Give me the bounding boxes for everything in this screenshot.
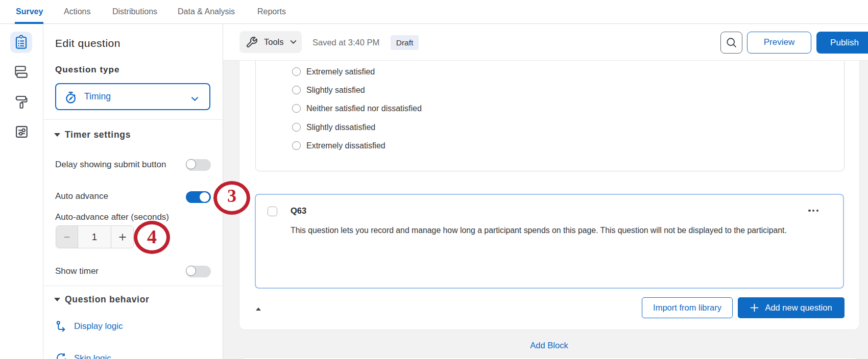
skip-logic-link[interactable]: Skip logic bbox=[56, 353, 67, 359]
search-button[interactable] bbox=[720, 32, 742, 54]
choice-row: Neither satisfied nor dissatisfied bbox=[256, 104, 844, 113]
preview-button[interactable]: Preview bbox=[747, 32, 811, 54]
multiple-choice-question[interactable]: Extremely satisfied Slightly satisfied N… bbox=[255, 61, 845, 171]
timing-stopwatch-icon bbox=[65, 90, 79, 107]
display-logic-icon bbox=[56, 321, 67, 332]
timer-settings-header[interactable]: Timer settings bbox=[54, 130, 131, 140]
question-type-value: Timing bbox=[84, 84, 111, 109]
add-block-link[interactable]: Add Block bbox=[223, 341, 868, 350]
toggle-knob bbox=[186, 266, 196, 276]
publish-button[interactable]: Publish bbox=[816, 32, 868, 54]
nav-tab-survey[interactable]: Survey bbox=[16, 0, 43, 23]
wrench-icon bbox=[246, 36, 258, 48]
stepper-decrement-button[interactable] bbox=[56, 226, 78, 248]
question-type-dropdown[interactable]: Timing bbox=[55, 83, 210, 110]
edit-question-panel: Edit question Question type Timing Timer… bbox=[43, 24, 223, 359]
radio-button-icon[interactable] bbox=[292, 67, 301, 76]
radio-button-icon[interactable] bbox=[292, 123, 301, 132]
stepper-increment-button[interactable] bbox=[111, 226, 133, 248]
survey-toolbar: Tools Saved at 3:40 PM Draft Preview Pub… bbox=[223, 24, 868, 61]
question-id: Q63 bbox=[291, 206, 306, 216]
delay-submit-label: Delay showing submit button bbox=[55, 160, 166, 170]
seconds-stepper: 1 bbox=[56, 225, 134, 248]
question-behavior-header[interactable]: Question behavior bbox=[54, 294, 150, 305]
choice-label: Extremely satisfied bbox=[306, 67, 375, 76]
auto-advance-label: Auto advance bbox=[55, 191, 108, 201]
panel-title: Edit question bbox=[55, 37, 120, 49]
survey-canvas: Extremely satisfied Slightly satisfied N… bbox=[223, 61, 868, 359]
nav-tab-data-analysis[interactable]: Data & Analysis bbox=[178, 0, 235, 23]
question-menu-ellipsis-icon[interactable] bbox=[808, 210, 818, 212]
choice-row: Slightly satisfied bbox=[256, 86, 844, 94]
display-logic-link[interactable]: Display logic bbox=[56, 321, 67, 334]
chevron-down-icon bbox=[191, 94, 199, 104]
show-timer-toggle[interactable] bbox=[186, 266, 211, 277]
saved-status-text: Saved at 3:40 PM bbox=[312, 24, 379, 61]
search-icon bbox=[726, 37, 738, 49]
radio-button-icon[interactable] bbox=[292, 141, 301, 150]
auto-advance-toggle[interactable] bbox=[186, 191, 211, 203]
survey-builder-icon[interactable] bbox=[15, 35, 27, 52]
annotation-number: 4 bbox=[147, 225, 157, 248]
collapse-triangle-icon bbox=[54, 298, 60, 301]
chevron-down-icon bbox=[290, 40, 297, 44]
annotation-circle-4: 4 bbox=[134, 221, 170, 254]
collapse-block-button[interactable] bbox=[256, 307, 261, 311]
radio-button-icon[interactable] bbox=[292, 104, 301, 113]
look-and-feel-icon[interactable] bbox=[15, 96, 28, 111]
choice-label: Extremely dissatisfied bbox=[306, 141, 385, 150]
skip-logic-icon bbox=[56, 353, 67, 359]
choice-row: Extremely dissatisfied bbox=[256, 141, 844, 150]
choice-label: Slightly dissatisfied bbox=[306, 123, 375, 132]
question-checkbox[interactable] bbox=[268, 207, 277, 216]
delay-submit-toggle[interactable] bbox=[186, 159, 211, 171]
add-new-question-label: Add new question bbox=[765, 303, 832, 313]
panel-divider bbox=[43, 119, 223, 120]
draft-status-badge: Draft bbox=[391, 35, 419, 50]
collapse-triangle-icon bbox=[54, 133, 60, 137]
timer-settings-title: Timer settings bbox=[65, 130, 131, 140]
left-icon-rail bbox=[0, 24, 43, 359]
choice-label: Neither satisfied nor dissatisfied bbox=[306, 104, 422, 113]
question-behavior-title: Question behavior bbox=[65, 294, 150, 304]
display-logic-label: Display logic bbox=[74, 321, 123, 331]
timing-question-selected[interactable]: Q63 This question lets you record and ma… bbox=[255, 194, 844, 289]
panel-divider bbox=[43, 286, 223, 286]
qualtrics-survey-editor: Survey Actions Distributions Data & Anal… bbox=[0, 0, 868, 359]
show-timer-label: Show timer bbox=[55, 266, 99, 276]
nav-tab-actions[interactable]: Actions bbox=[64, 0, 90, 23]
add-new-question-button[interactable]: Add new question bbox=[738, 297, 845, 318]
top-navigation: Survey Actions Distributions Data & Anal… bbox=[0, 0, 868, 24]
annotation-circle-3: 3 bbox=[213, 181, 250, 215]
annotation-number: 3 bbox=[227, 185, 236, 207]
question-description: This question lets you record and manage… bbox=[291, 226, 787, 235]
plus-icon bbox=[750, 303, 759, 312]
toggle-knob bbox=[200, 192, 209, 202]
stepper-value[interactable]: 1 bbox=[78, 226, 111, 248]
choice-row: Extremely satisfied bbox=[256, 67, 844, 76]
choice-row: Slightly dissatisfied bbox=[256, 123, 844, 132]
blocks-icon[interactable] bbox=[15, 66, 28, 81]
nav-tab-distributions[interactable]: Distributions bbox=[112, 0, 157, 23]
radio-button-icon[interactable] bbox=[292, 86, 301, 94]
skip-logic-label: Skip logic bbox=[74, 353, 111, 359]
tools-label: Tools bbox=[264, 37, 284, 47]
nav-tab-reports[interactable]: Reports bbox=[257, 0, 286, 23]
toggle-knob bbox=[186, 159, 196, 169]
survey-options-icon[interactable] bbox=[16, 126, 28, 140]
tools-menu-button[interactable]: Tools bbox=[239, 31, 302, 53]
import-from-library-button[interactable]: Import from library bbox=[642, 297, 733, 318]
choice-label: Slightly satisfied bbox=[306, 86, 365, 94]
question-type-label: Question type bbox=[55, 65, 119, 75]
